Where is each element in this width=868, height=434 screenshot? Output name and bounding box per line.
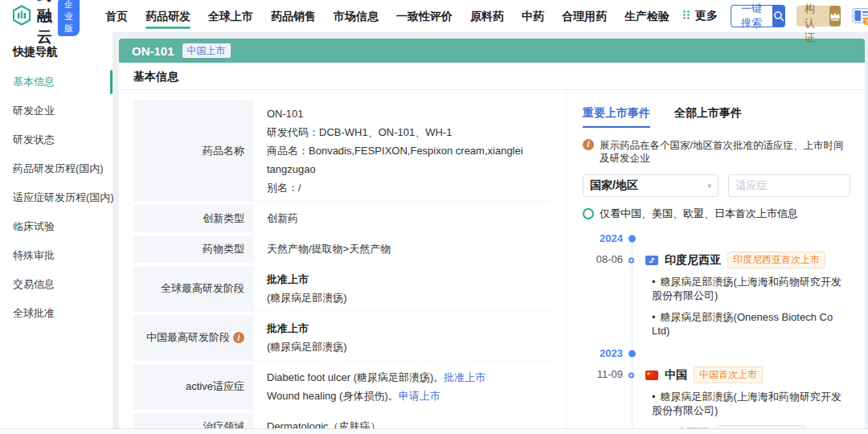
nav-item[interactable]: 合理用药 [562,0,607,32]
nav-item[interactable]: 中药 [522,0,544,32]
timeline-year: 2024 [583,231,850,247]
table-row: 药品名称ON-101研发代码：DCB-WH1、ON-101、WH-1商品名：Bo… [133,100,551,202]
value-text: (糖尿病足部溃疡) [267,292,347,304]
event-tabs: 重要上市事件全部上市事件 [583,106,850,128]
value-line: 商品名：Bonvadis,FESPIXON,Fespixon cream,xia… [267,141,551,178]
value-text: 商品名：Bonvadis,FESPIXON,Fespixon cream,xia… [267,145,523,175]
value-text: 批准上市 [267,273,309,285]
first-launch-badge: 中国首次上市 [694,366,763,383]
value-text: 别名：/ [267,182,301,194]
timeline-event: 08-06印度尼西亚印度尼西亚首次上市 [583,252,850,268]
row-value: 批准上市(糖尿病足部溃疡) [254,266,551,311]
logo[interactable]: 药融云 企业版 [11,0,80,47]
main-nav: 首页药品研发全球上市药品销售市场信息一致性评价原料药中药合理用药生产检验 [105,0,669,32]
help-guide-icon[interactable]: ? [852,6,868,26]
radio-label: 仅看中国、美国、欧盟、日本首次上市信息 [600,207,798,221]
section-title: 基本信息 [119,63,865,90]
value-line: (糖尿病足部溃疡) [267,289,551,307]
status-link[interactable]: 申请上市 [399,390,440,402]
timeline-event-marker [628,372,634,378]
timeline-event-date: 11-09 [583,368,623,380]
basic-info-card: 基本信息 药品名称ON-101研发代码：DCB-WH1、ON-101、WH-1商… [119,63,865,434]
table-row: 中国最高研发阶段i批准上市(糖尿病足部溃疡) [133,315,551,361]
event-indication-item: 糖尿病足部溃疡(上海海和药物研究开发股份有限公司) [583,390,850,417]
info-icon[interactable]: i [233,332,244,343]
row-label: 药物类型 [133,235,254,262]
nav-item[interactable]: 药品销售 [271,0,316,32]
china-flag-icon [645,371,658,380]
row-value: Diabetic foot ulcer (糖尿病足部溃疡)。批准上市Wound … [254,364,551,409]
event-country-name: 印度尼西亚 [665,253,721,268]
table-row: 创新类型创新药 [133,205,551,232]
topbar-actions: 一键搜索 机构认证 ? [731,5,868,27]
timeline-event-date: 08-06 [583,253,623,265]
drug-info-table: 药品名称ON-101研发代码：DCB-WH1、ON-101、WH-1商品名：Bo… [119,90,566,434]
quick-search-label: 一键搜索 [731,5,772,27]
table-row: 全球最高研发阶段批准上市(糖尿病足部溃疡) [133,266,551,312]
org-cert-badge[interactable]: 机构认证 [796,6,841,27]
sidebar-item[interactable]: 全球批准 [0,299,113,328]
sidebar-item[interactable]: 药品研发历程(国内) [0,154,113,183]
value-line: 批准上市 [267,270,551,289]
sidebar-item[interactable]: 基本信息 [0,68,113,96]
sidebar-item[interactable]: 研发企业 [0,96,113,125]
window-scrollbar[interactable] [0,428,868,434]
drug-header-bar: ON-101 中国上市 [119,39,865,63]
country-select[interactable]: 国家/地区 ▾ [583,174,719,197]
row-value: 创新药 [254,205,551,231]
sidebar-items: 基本信息研发企业研发状态药品研发历程(国内)适应症研发历程(国内)临床试验特殊审… [0,68,113,328]
value-text: Diabetic foot ulcer (糖尿病足部溃疡)。 [267,371,444,383]
value-line: ON-101 [267,104,551,123]
value-line: Wound healing (身体损伤)。申请上市 [267,387,551,405]
nav-item[interactable]: 首页 [105,0,128,32]
market-status-badge: 中国上市 [182,43,231,58]
value-line: 研发代码：DCB-WH1、ON-101、WH-1 [267,123,551,141]
nav-item[interactable]: 生产检验 [624,0,669,32]
value-text: (糖尿病足部溃疡) [267,341,347,353]
indication-select[interactable]: 适应症 [728,174,850,197]
topbar: 药融云 企业版 首页药品研发全球上市药品销售市场信息一致性评价原料药中药合理用药… [0,0,868,32]
timeline-year-dot [628,235,636,243]
sidebar-item[interactable]: 临床试验 [0,212,113,241]
event-filters: 国家/地区 ▾ 适应症 [583,174,850,197]
table-row: 药物类型天然产物/提取物>天然产物 [133,235,551,263]
value-text: 研发代码：DCB-WH1、ON-101、WH-1 [267,126,452,138]
radio-icon[interactable] [583,208,594,219]
nav-item[interactable]: 原料药 [470,0,504,32]
org-cert-label: 机构认证 [805,0,825,45]
status-link[interactable]: 批准上市 [444,371,485,383]
timeline-year-label: 2024 [583,232,623,244]
search-icon[interactable] [772,5,785,27]
quick-search-button[interactable]: 一键搜索 [731,5,785,27]
event-indication-item: 糖尿病足部溃疡(Oneness Biotech Co Ltd) [583,310,850,338]
first-launch-badge: 印度尼西亚首次上市 [727,252,825,268]
value-text: 天然产物/提取物>天然产物 [267,243,391,255]
sidebar-item[interactable]: 适应症研发历程(国内) [0,183,113,212]
value-text: 批准上市 [267,322,309,334]
value-text: 创新药 [267,212,298,224]
drug-name: ON-101 [132,44,174,58]
row-value: 批准上市(糖尿病足部溃疡) [254,315,551,360]
value-text: Wound healing (身体损伤)。 [267,390,399,402]
sidebar-item[interactable]: 特殊审批 [0,241,113,270]
nav-item[interactable]: 一致性评价 [396,0,452,32]
first-launch-filter-radio[interactable]: 仅看中国、美国、欧盟、日本首次上市信息 [583,207,850,221]
nav-more[interactable]: 更多 [682,9,718,23]
launch-events-panel: 重要上市事件全部上市事件 i 展示药品在各个国家/地区首次批准的适应症、上市时间… [566,90,865,434]
tab-launch-events[interactable]: 全部上市事件 [674,106,742,128]
info-icon: i [583,139,594,150]
sidebar-item[interactable]: 研发状态 [0,125,113,154]
launch-timeline: 202408-06印度尼西亚印度尼西亚首次上市糖尿病足部溃疡(上海海和药物研究开… [583,231,850,434]
row-label: 药品名称 [133,100,254,201]
nav-item[interactable]: 市场信息 [334,0,379,32]
tab-launch-events[interactable]: 重要上市事件 [583,106,650,128]
more-label: 更多 [695,9,718,23]
value-line: Diabetic foot ulcer (糖尿病足部溃疡)。批准上市 [267,368,551,387]
quick-nav-sidebar: 快捷导航 基本信息研发企业研发状态药品研发历程(国内)适应症研发历程(国内)临床… [0,32,113,434]
value-text: ON-101 [267,108,304,120]
sidebar-item[interactable]: 交易信息 [0,270,113,299]
timeline-event-marker [628,257,634,263]
grid-dots-icon [682,10,691,23]
nav-item[interactable]: 药品研发 [145,0,190,32]
nav-item[interactable]: 全球上市 [208,0,253,32]
